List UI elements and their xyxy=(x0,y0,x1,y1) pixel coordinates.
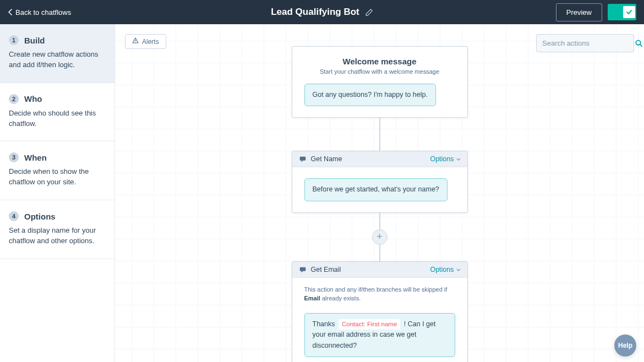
title-wrap: Lead Qualifying Bot xyxy=(271,7,373,18)
toggle-handle xyxy=(623,6,635,18)
node-options-dropdown[interactable]: Options xyxy=(430,266,460,273)
chat-icon xyxy=(299,266,307,273)
search-actions-field[interactable] xyxy=(536,34,634,52)
app-header: Back to chatflows Lead Qualifying Bot Pr… xyxy=(0,0,644,24)
sidebar-step-build[interactable]: 1 Build Create new chatflow actions and … xyxy=(0,24,114,83)
node-header: Get Email Options xyxy=(292,262,467,278)
sidebar: 1 Build Create new chatflow actions and … xyxy=(0,24,115,362)
svg-rect-4 xyxy=(299,157,305,161)
get-name-bubble: Before we get started, what's your name? xyxy=(304,178,447,201)
step-number: 1 xyxy=(9,35,19,45)
canvas[interactable]: Alerts Welcome message Start your chatfl… xyxy=(115,24,644,362)
plus-icon: + xyxy=(376,231,383,243)
get-email-node[interactable]: Get Email Options This action and any if… xyxy=(292,261,468,362)
sidebar-step-options[interactable]: 4 Options Set a display name for your ch… xyxy=(0,200,114,259)
search-input[interactable] xyxy=(542,39,635,47)
connector xyxy=(379,245,380,261)
contact-firstname-token[interactable]: Contact: First name xyxy=(339,319,400,330)
step-number: 3 xyxy=(9,152,19,162)
edit-title-button[interactable] xyxy=(365,8,373,17)
page-title: Lead Qualifying Bot xyxy=(271,7,359,18)
caret-down-icon xyxy=(456,155,461,163)
flow-column: Welcome message Start your chatflow with… xyxy=(292,46,468,362)
options-label: Options xyxy=(430,155,454,163)
welcome-subtitle: Start your chatflow with a welcome messa… xyxy=(304,68,455,75)
step-desc: Create new chatflow actions and add if/t… xyxy=(9,50,106,70)
welcome-bubble: Got any questions? I'm happy to help. xyxy=(304,84,436,106)
step-number: 4 xyxy=(9,211,19,221)
back-to-chatflows-link[interactable]: Back to chatflows xyxy=(8,8,71,17)
step-title: Build xyxy=(24,36,45,45)
header-actions: Preview xyxy=(556,3,636,21)
step-title: Options xyxy=(24,212,56,221)
alerts-label: Alerts xyxy=(142,38,159,46)
step-title: Who xyxy=(24,94,42,103)
sidebar-step-who[interactable]: 2 Who Decide who should see this chatflo… xyxy=(0,83,114,142)
node-header: Get Name Options xyxy=(292,151,467,167)
alerts-button[interactable]: Alerts xyxy=(125,34,166,49)
help-button[interactable]: Help xyxy=(614,334,636,356)
help-label: Help xyxy=(618,342,632,349)
svg-point-1 xyxy=(135,42,135,42)
skip-note: This action and any if/then branches wil… xyxy=(292,278,467,306)
search-icon xyxy=(635,39,643,47)
step-title: When xyxy=(24,153,47,162)
caret-down-icon xyxy=(456,266,461,273)
preview-button[interactable]: Preview xyxy=(556,3,602,21)
step-desc: Decide who should see this chatflow. xyxy=(9,108,106,129)
chat-icon xyxy=(299,155,307,163)
back-label: Back to chatflows xyxy=(15,8,71,17)
svg-line-3 xyxy=(640,45,642,46)
connector xyxy=(379,213,380,229)
welcome-node[interactable]: Welcome message Start your chatflow with… xyxy=(292,46,468,118)
body-layout: 1 Build Create new chatflow actions and … xyxy=(0,24,644,362)
get-email-bubble: Thanks Contact: First name ! Can I get y… xyxy=(304,313,455,358)
warning-icon xyxy=(132,37,139,46)
step-desc: Decide when to show the chatflow on your… xyxy=(9,167,106,188)
node-options-dropdown[interactable]: Options xyxy=(430,155,460,163)
sidebar-step-when[interactable]: 3 When Decide when to show the chatflow … xyxy=(0,141,114,200)
options-label: Options xyxy=(430,266,454,273)
get-name-node[interactable]: Get Name Options Before we get started, … xyxy=(292,151,468,212)
welcome-title: Welcome message xyxy=(304,57,455,66)
step-desc: Set a display name for your chatflow and… xyxy=(9,226,106,246)
connector xyxy=(379,118,380,151)
node-name: Get Name xyxy=(311,155,342,163)
step-number: 2 xyxy=(9,94,19,104)
node-name: Get Email xyxy=(311,266,341,273)
svg-rect-5 xyxy=(299,267,305,271)
chevron-left-icon xyxy=(8,9,13,15)
add-action-button[interactable]: + xyxy=(372,229,388,245)
publish-toggle[interactable] xyxy=(608,4,636,20)
